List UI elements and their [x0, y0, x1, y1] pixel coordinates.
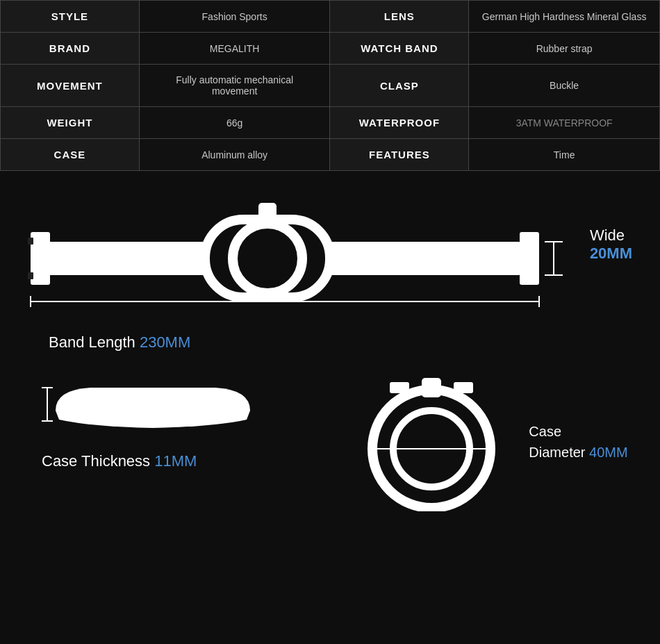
svg-rect-8	[520, 232, 539, 285]
spec-value: Fashion Sports	[139, 1, 330, 33]
spec-label: CASE	[1, 139, 140, 171]
spec-value: 3ATM WATERPROOF	[469, 107, 660, 139]
spec-label: WEIGHT	[1, 107, 140, 139]
wide-label: Wide	[590, 226, 632, 245]
svg-rect-21	[390, 382, 409, 393]
diameter-label: CaseDiameter 40MM	[529, 421, 627, 463]
table-row: WEIGHT 66g WATERPROOF 3ATM WATERPROOF	[1, 107, 660, 139]
svg-rect-6	[258, 203, 277, 224]
thickness-label: Case Thickness 11MM	[35, 452, 197, 470]
spec-value: Fully automatic mechanical movement	[139, 65, 330, 107]
thickness-svg	[35, 372, 271, 442]
spec-label: WATCH BAND	[330, 33, 469, 65]
spec-value: Time	[469, 139, 660, 171]
spec-label: LENS	[330, 1, 469, 33]
table-row: STYLE Fashion Sports LENS German High Ha…	[1, 1, 660, 33]
band-diagram: Wide 20MM Band Length 230MM	[21, 192, 639, 352]
wide-value: 20MM	[590, 245, 632, 263]
spec-label: MOVEMENT	[1, 65, 140, 107]
band-top-svg	[21, 192, 591, 324]
svg-rect-22	[454, 382, 473, 393]
svg-rect-2	[28, 238, 33, 245]
spec-label: WATERPROOF	[330, 107, 469, 139]
svg-rect-1	[31, 232, 50, 285]
diameter-section: CaseDiameter 40MM	[337, 372, 639, 511]
band-length-label: Band Length 230MM	[21, 333, 639, 352]
spec-value: Aluminum alloy	[139, 139, 330, 171]
spec-value: MEGALITH	[139, 33, 330, 65]
table-row: CASE Aluminum alloy FEATURES Time	[1, 139, 660, 171]
spec-label: CLASP	[330, 65, 469, 107]
svg-rect-7	[327, 242, 521, 275]
svg-rect-3	[28, 272, 33, 279]
spec-label: STYLE	[1, 1, 140, 33]
spec-value: German High Hardness Mineral Glass	[469, 1, 660, 33]
spec-value: Buckle	[469, 65, 660, 107]
table-row: MOVEMENT Fully automatic mechanical move…	[1, 65, 660, 107]
spec-label: FEATURES	[330, 139, 469, 171]
diameter-svg	[348, 372, 515, 511]
spec-value: Rubber strap	[469, 33, 660, 65]
spec-label: BRAND	[1, 33, 140, 65]
bottom-diagrams: Case Thickness 11MM CaseDiameter 40MM	[21, 372, 639, 511]
svg-rect-0	[42, 242, 208, 275]
diagrams-section: Wide 20MM Band Length 230MM Case Thickne…	[0, 171, 660, 532]
svg-rect-20	[422, 378, 441, 397]
svg-point-5	[233, 224, 302, 293]
table-row: BRAND MEGALITH WATCH BAND Rubber strap	[1, 33, 660, 65]
specs-table: STYLE Fashion Sports LENS German High Ha…	[0, 0, 660, 171]
thickness-section: Case Thickness 11MM	[21, 372, 337, 470]
spec-value: 66g	[139, 107, 330, 139]
